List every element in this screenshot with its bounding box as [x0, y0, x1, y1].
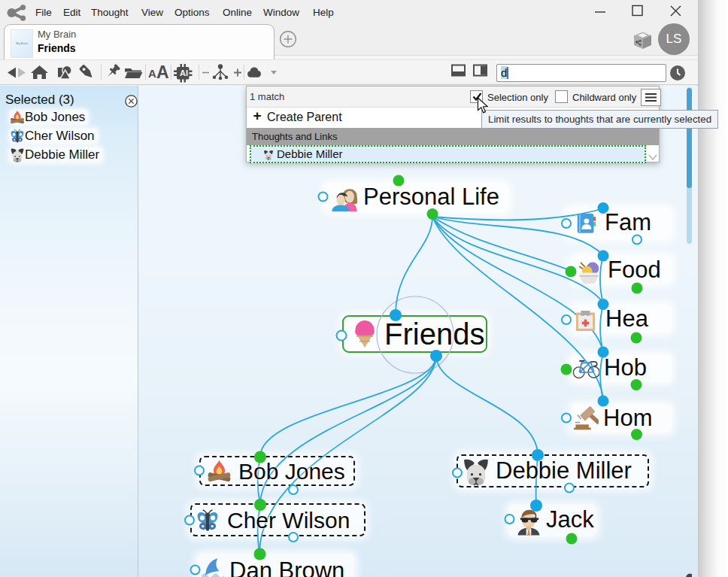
- svg-text:AI: AI: [180, 68, 188, 77]
- svg-text:A: A: [148, 67, 156, 80]
- svg-text:A: A: [156, 62, 169, 82]
